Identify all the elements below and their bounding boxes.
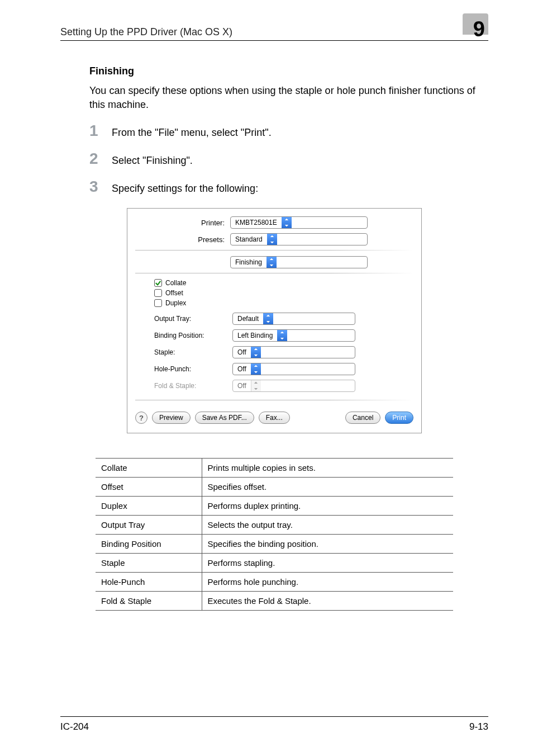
svg-marker-0 bbox=[285, 219, 288, 220]
term-cell: Staple bbox=[96, 554, 202, 573]
section-title: Finishing bbox=[89, 65, 488, 77]
save-as-pdf-button[interactable]: Save As PDF... bbox=[195, 412, 254, 424]
table-row: Binding Position Specifies the binding p… bbox=[96, 535, 453, 554]
presets-label: Presets: bbox=[135, 235, 230, 244]
cancel-button[interactable]: Cancel bbox=[345, 412, 380, 424]
offset-label: Offset bbox=[165, 289, 183, 297]
fold-staple-select: Off bbox=[232, 380, 355, 392]
term-cell: Collate bbox=[96, 459, 202, 478]
svg-marker-12 bbox=[254, 365, 258, 367]
step: 1 From the "File" menu, select "Print". bbox=[89, 122, 488, 140]
staple-select[interactable]: Off bbox=[232, 346, 355, 358]
pane-select[interactable]: Finishing bbox=[230, 256, 368, 268]
step-number: 3 bbox=[89, 178, 112, 196]
output-tray-value: Default bbox=[233, 315, 263, 323]
hole-punch-select[interactable]: Off bbox=[232, 363, 355, 375]
binding-position-value: Left Binding bbox=[233, 332, 277, 339]
chevron-updown-icon bbox=[267, 234, 277, 245]
checkbox-unchecked-icon bbox=[154, 299, 162, 307]
printer-label: Printer: bbox=[135, 219, 230, 227]
definitions-table: Collate Prints multiple copies in sets. … bbox=[96, 458, 453, 611]
svg-marker-14 bbox=[254, 382, 258, 384]
presets-value: Standard bbox=[231, 235, 267, 243]
output-tray-label: Output Tray: bbox=[154, 315, 232, 323]
binding-position-select[interactable]: Left Binding bbox=[232, 329, 355, 342]
desc-cell: Specifies the binding position. bbox=[202, 535, 453, 554]
svg-marker-10 bbox=[254, 348, 258, 350]
separator bbox=[135, 250, 413, 251]
duplex-label: Duplex bbox=[165, 299, 186, 307]
term-cell: Fold & Staple bbox=[96, 592, 202, 611]
printer-value: KMBT25801E bbox=[231, 219, 282, 226]
page-footer: IC-204 9-13 bbox=[60, 716, 488, 733]
presets-select[interactable]: Standard bbox=[230, 233, 368, 245]
svg-marker-2 bbox=[270, 235, 274, 237]
fax-button[interactable]: Fax... bbox=[259, 412, 290, 424]
svg-marker-11 bbox=[254, 355, 258, 356]
print-dialog: Printer: KMBT25801E Presets: Standard bbox=[127, 208, 422, 433]
table-row: Output Tray Selects the output tray. bbox=[96, 516, 453, 535]
chevron-updown-icon bbox=[277, 330, 287, 341]
pane-value: Finishing bbox=[231, 258, 266, 266]
term-cell: Binding Position bbox=[96, 535, 202, 554]
section-intro: You can specify these options when using… bbox=[89, 84, 488, 112]
chevron-updown-icon bbox=[251, 363, 261, 375]
header-left-text: Setting Up the PPD Driver (Mac OS X) bbox=[60, 26, 232, 38]
checkbox-checked-icon bbox=[154, 279, 162, 287]
binding-position-label: Binding Position: bbox=[154, 332, 232, 339]
table-row: Staple Performs stapling. bbox=[96, 554, 453, 573]
svg-marker-7 bbox=[266, 321, 270, 323]
print-button[interactable]: Print bbox=[385, 412, 413, 424]
table-row: Fold & Staple Executes the Fold & Staple… bbox=[96, 592, 453, 611]
svg-marker-3 bbox=[270, 242, 274, 243]
separator bbox=[135, 400, 413, 400]
table-row: Collate Prints multiple copies in sets. bbox=[96, 459, 453, 478]
chevron-updown-icon bbox=[251, 347, 261, 358]
term-cell: Hole-Punch bbox=[96, 573, 202, 592]
svg-marker-15 bbox=[254, 388, 258, 390]
table-row: Hole-Punch Performs hole punching. bbox=[96, 573, 453, 592]
svg-marker-13 bbox=[254, 371, 258, 373]
step-number: 2 bbox=[89, 150, 112, 168]
chapter-badge: 9 bbox=[460, 16, 488, 38]
desc-cell: Selects the output tray. bbox=[202, 516, 453, 535]
offset-checkbox-row[interactable]: Offset bbox=[154, 289, 413, 297]
hole-punch-label: Hole-Punch: bbox=[154, 365, 232, 373]
term-cell: Offset bbox=[96, 478, 202, 497]
help-button[interactable]: ? bbox=[135, 412, 147, 424]
svg-marker-1 bbox=[285, 225, 288, 226]
step-text: From the "File" menu, select "Print". bbox=[112, 125, 272, 139]
desc-cell: Executes the Fold & Staple. bbox=[202, 592, 453, 611]
svg-marker-9 bbox=[280, 338, 284, 339]
duplex-checkbox-row[interactable]: Duplex bbox=[154, 299, 413, 307]
chevron-updown-icon bbox=[251, 380, 261, 391]
svg-marker-5 bbox=[270, 264, 273, 266]
preview-button[interactable]: Preview bbox=[152, 412, 191, 424]
desc-cell: Performs stapling. bbox=[202, 554, 453, 573]
collate-checkbox-row[interactable]: Collate bbox=[154, 279, 413, 287]
chevron-updown-icon bbox=[263, 313, 273, 324]
term-cell: Output Tray bbox=[96, 516, 202, 535]
term-cell: Duplex bbox=[96, 497, 202, 516]
footer-right: 9-13 bbox=[469, 721, 488, 733]
svg-marker-6 bbox=[266, 315, 270, 316]
printer-select[interactable]: KMBT25801E bbox=[230, 216, 368, 229]
checkbox-unchecked-icon bbox=[154, 289, 162, 297]
collate-label: Collate bbox=[165, 279, 186, 287]
step-number: 1 bbox=[89, 122, 112, 140]
table-row: Offset Specifies offset. bbox=[96, 478, 453, 497]
fold-staple-value: Off bbox=[233, 382, 251, 390]
hole-punch-value: Off bbox=[233, 365, 251, 373]
svg-marker-4 bbox=[270, 258, 273, 260]
output-tray-select[interactable]: Default bbox=[232, 313, 355, 325]
desc-cell: Specifies offset. bbox=[202, 478, 453, 497]
step: 2 Select "Finishing". bbox=[89, 150, 488, 168]
chevron-updown-icon bbox=[282, 217, 292, 228]
chevron-updown-icon bbox=[266, 257, 277, 268]
staple-label: Staple: bbox=[154, 348, 232, 356]
desc-cell: Prints multiple copies in sets. bbox=[202, 459, 453, 478]
step: 3 Specify settings for the following: bbox=[89, 178, 488, 196]
fold-staple-label: Fold & Staple: bbox=[154, 382, 232, 390]
svg-marker-8 bbox=[280, 332, 284, 333]
footer-left: IC-204 bbox=[60, 721, 89, 733]
